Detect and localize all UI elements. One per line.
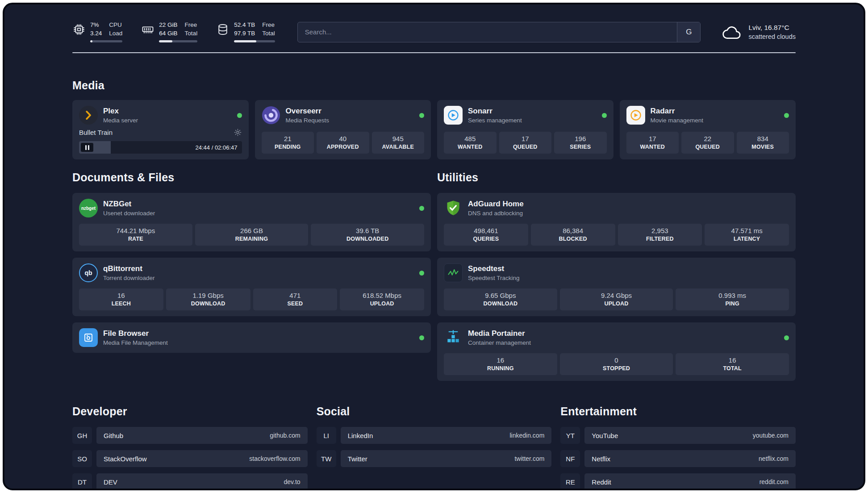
bookmark-url: stackoverflow.com	[249, 455, 300, 462]
stat-label: DOWNLOADED	[313, 236, 421, 242]
bookmark-abbr: TW	[317, 450, 336, 467]
bookmark-link-youtube[interactable]: YouTube youtube.com	[584, 427, 796, 444]
stat-tile: 86,384 BLOCKED	[531, 224, 615, 246]
app-title: NZBGet	[103, 200, 155, 209]
app-title: qBittorrent	[103, 264, 155, 273]
status-indicator	[784, 113, 789, 118]
memory-icon	[141, 23, 154, 36]
ram-metric: 22 GiB 64 GiB Free Total	[141, 21, 197, 42]
bookmark-row: RE Reddit reddit.com	[560, 473, 796, 490]
bookmark-abbr: SO	[72, 450, 92, 467]
app-title: Speedtest	[468, 264, 520, 273]
stat-tile: 16 RUNNING	[444, 353, 557, 375]
topbar-divider	[72, 52, 796, 53]
dashboard-app: 7% 3.24 CPU Load	[3, 3, 865, 490]
app-subtitle: Torrent downloader	[103, 275, 155, 281]
disk-free-value: 52.4 TB	[234, 21, 255, 29]
stat-tile: 834 MOVIES	[737, 132, 789, 154]
stat-label: RATE	[82, 236, 190, 242]
playback-seekbar[interactable]: 24:44 / 02:06:47	[79, 141, 242, 154]
stat-value: 21	[264, 135, 312, 142]
stat-tile: 47.571 ms LATENCY	[705, 224, 789, 246]
stat-tile: 9.65 Gbps DOWNLOAD	[444, 288, 557, 310]
stat-label: DOWNLOAD	[169, 301, 248, 307]
bookmark-link-github[interactable]: Github github.com	[96, 427, 308, 444]
status-indicator	[784, 335, 789, 340]
weather-condition: scattered clouds	[748, 33, 796, 40]
section-utilities-title: Utilities	[437, 171, 796, 184]
app-title: Media Portainer	[468, 329, 531, 338]
stat-value: 39.6 TB	[313, 227, 421, 234]
app-card-adguard[interactable]: AdGuard Home DNS and adblocking 498,461 …	[437, 193, 796, 251]
stat-tile: 40 APPROVED	[317, 132, 369, 154]
stat-label: MOVIES	[739, 144, 787, 150]
app-card-overseerr[interactable]: Overseerr Media Requests 21 PENDING 40 A…	[255, 100, 431, 159]
pause-button[interactable]	[81, 143, 93, 152]
stat-value: 0	[563, 356, 671, 364]
bookmark-link-twitter[interactable]: Twitter twitter.com	[341, 450, 552, 467]
stat-value: 498,461	[447, 227, 526, 234]
cloud-icon	[721, 23, 743, 41]
app-subtitle: Media server	[103, 117, 138, 124]
bookmark-link-reddit[interactable]: Reddit reddit.com	[584, 473, 796, 490]
bookmark-abbr: DT	[72, 473, 92, 490]
search-input[interactable]	[298, 22, 677, 42]
bookmark-name: Github	[104, 432, 123, 439]
nzbget-logo-text: nzbget	[81, 206, 96, 211]
stat-tile: 945 AVAILABLE	[372, 132, 425, 154]
app-title: Radarr	[651, 107, 704, 116]
app-card-qbittorrent[interactable]: qb qBittorrent Torrent downloader 16 LEE…	[72, 258, 431, 316]
stat-value: 9.24 Gbps	[563, 292, 671, 299]
section-media: Media Plex Media server Bullet Train	[72, 79, 796, 159]
status-indicator	[419, 206, 424, 211]
app-subtitle: Media Requests	[286, 117, 330, 124]
stat-tile: 0 STOPPED	[560, 353, 673, 375]
stat-value: 196	[557, 135, 604, 142]
search-engine-button[interactable]: G	[677, 22, 700, 42]
section-developer-title: Developer	[72, 405, 308, 418]
app-card-portainer[interactable]: Media Portainer Container management 16 …	[437, 322, 796, 381]
cpu-label: CPU	[109, 21, 122, 29]
stat-label: APPROVED	[319, 144, 367, 150]
app-card-nzbget[interactable]: nzbget NZBGet Usenet downloader 744.21 M…	[72, 193, 431, 251]
section-documents-title: Documents & Files	[72, 171, 431, 184]
stat-label: WANTED	[447, 144, 494, 150]
app-card-speedtest[interactable]: Speedtest Speedtest Tracking 9.65 Gbps D…	[437, 258, 796, 316]
bookmark-row: GH Github github.com	[72, 427, 308, 444]
disk-metric: 52.4 TB 97.9 TB Free Total	[216, 21, 275, 42]
app-card-radarr[interactable]: Radarr Movie management 17 WANTED 22 QUE…	[620, 100, 796, 159]
bookmark-link-stackoverflow[interactable]: StackOverflow stackoverflow.com	[96, 450, 308, 467]
adguard-icon	[444, 199, 463, 217]
stat-tile: 17 QUEUED	[499, 132, 552, 154]
weather-location: Lviv, 16.87°C	[748, 24, 796, 32]
app-card-filebrowser[interactable]: File Browser Media File Management	[72, 322, 431, 353]
stat-value: 0.993 ms	[678, 292, 786, 299]
bookmark-link-linkedin[interactable]: LinkedIn linkedin.com	[341, 427, 552, 444]
sonarr-icon	[444, 106, 463, 125]
stat-label: AVAILABLE	[375, 144, 422, 150]
bookmark-abbr: NF	[560, 450, 580, 467]
ram-free-label: Free	[185, 21, 198, 29]
bookmark-abbr: YT	[560, 427, 580, 444]
ram-usage-bar	[159, 40, 197, 42]
bookmark-link-netflix[interactable]: Netflix netflix.com	[584, 450, 796, 467]
playback-time: 24:44 / 02:06:47	[196, 144, 238, 151]
status-indicator	[419, 113, 424, 118]
stat-value: 9.65 Gbps	[447, 292, 555, 299]
status-indicator	[602, 113, 607, 118]
stat-value: 40	[319, 135, 367, 142]
app-card-sonarr[interactable]: Sonarr Series management 485 WANTED 17 Q…	[437, 100, 613, 159]
bookmark-link-dev[interactable]: DEV dev.to	[96, 473, 308, 490]
weather-widget[interactable]: Lviv, 16.87°C scattered clouds	[721, 23, 796, 41]
app-subtitle: Usenet downloader	[103, 210, 155, 217]
ram-free-value: 22 GiB	[159, 21, 177, 29]
stat-tile: 9.24 Gbps UPLOAD	[560, 288, 673, 310]
app-card-plex[interactable]: Plex Media server Bullet Train	[72, 100, 249, 159]
bookmark-row: LI LinkedIn linkedin.com	[317, 427, 552, 444]
app-title: AdGuard Home	[468, 200, 524, 209]
bookmark-row: YT YouTube youtube.com	[560, 427, 796, 444]
gear-icon[interactable]	[234, 128, 242, 137]
bookmark-url: github.com	[270, 432, 300, 439]
stat-label: UPLOAD	[342, 301, 421, 307]
stat-tile: 266 GB REMAINING	[195, 224, 309, 246]
